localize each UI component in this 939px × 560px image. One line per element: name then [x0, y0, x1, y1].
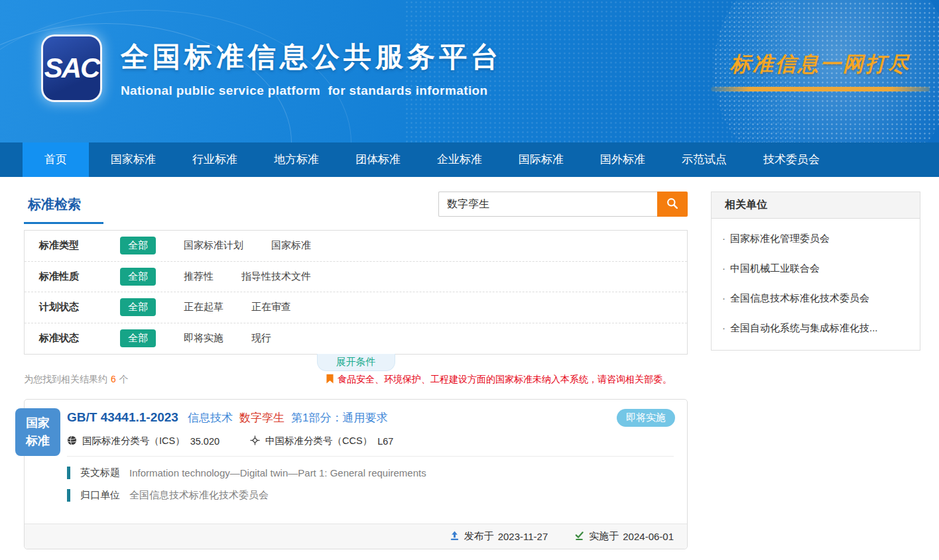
- classification-row: 国际标准分类号（ICS） 35.020 中国标准分类号（CCS） L67: [67, 435, 674, 447]
- main-navigation: 首页 国家标准 行业标准 地方标准 团体标准 企业标准 国际标准 国外标准 示范…: [0, 142, 939, 177]
- field-value: 全国信息技术标准化技术委员会: [129, 489, 269, 502]
- results-summary-row: 为您找到相关结果约6个 食品安全、环境保护、工程建设方面的国家标准未纳入本系统，…: [24, 374, 688, 386]
- field-accent-bar: [67, 489, 70, 502]
- site-header: SAC 全国标准信息公共服务平台 National public service…: [0, 0, 939, 142]
- results-column: 标准检索 标准类型 全部 国家标准计划 国家标准 标准性质 全部: [24, 192, 688, 549]
- filter-row-standard-nature: 标准性质 全部 推荐性 指导性技术文件: [25, 262, 687, 293]
- related-unit-label: 全国信息技术标准化技术委员会: [730, 292, 869, 304]
- results-count: 为您找到相关结果约6个: [24, 374, 129, 386]
- standard-title-part[interactable]: 第1部分：通用要求: [291, 412, 387, 424]
- expand-conditions-button[interactable]: 展开条件: [317, 354, 395, 371]
- published-date: 发布于 2023-11-27: [450, 530, 548, 543]
- related-units-list: ·国家标准化管理委员会 ·中国机械工业联合会 ·全国信息技术标准化技术委员会 ·…: [712, 219, 920, 350]
- ccs-classification: 中国标准分类号（CCS） L67: [250, 435, 393, 447]
- publish-icon: [450, 531, 464, 543]
- standard-title-highlight[interactable]: 数字孪生: [239, 412, 284, 424]
- list-bullet: ·: [722, 233, 725, 244]
- filter-option[interactable]: 正在审查: [251, 301, 291, 313]
- filter-chip-all[interactable]: 全部: [120, 237, 156, 254]
- related-unit-link[interactable]: ·全国自动化系统与集成标准化技...: [712, 313, 920, 343]
- expand-row: 展开条件: [24, 355, 688, 371]
- nav-tab-enterprise-standards[interactable]: 企业标准: [422, 142, 497, 177]
- filter-option[interactable]: 现行: [251, 332, 271, 345]
- filter-label: 计划状态: [39, 301, 99, 313]
- system-notice: 食品安全、环境保护、工程建设方面的国家标准未纳入本系统，请咨询相关部委。: [326, 374, 672, 386]
- filter-panel: 标准类型 全部 国家标准计划 国家标准 标准性质 全部 推荐性 指导性技术文件 …: [24, 230, 688, 355]
- slogan-underline: [711, 87, 930, 91]
- nav-tab-national-standards[interactable]: 国家标准: [96, 142, 170, 177]
- search-icon: [666, 197, 679, 212]
- field-row-english-title: 英文标题 Information technology—Digital twin…: [67, 467, 674, 479]
- nav-tab-technical-committee[interactable]: 技术委员会: [749, 142, 834, 177]
- filter-label: 标准类型: [39, 239, 99, 252]
- nav-tab-local-standards[interactable]: 地方标准: [259, 142, 334, 177]
- ics-classification: 国际标准分类号（ICS） 35.020: [67, 435, 219, 447]
- filter-row-plan-status: 计划状态 全部 正在起草 正在审查: [25, 292, 687, 323]
- compass-icon: [250, 435, 265, 447]
- filter-option[interactable]: 国家标准: [271, 239, 311, 252]
- search-box: [438, 192, 688, 217]
- field-value: Information technology—Digital twin—Part…: [129, 467, 426, 478]
- standard-result-card: 国家 标准 即将实施 GB/T 43441.1-2023信息技术数字孪生第1部分…: [24, 399, 688, 549]
- card-footer: 发布于 2023-11-27 实施于 2024-06-01: [25, 524, 687, 549]
- implemented-date: 实施于 2024-06-01: [574, 530, 674, 543]
- nav-tab-foreign-standards[interactable]: 国外标准: [586, 142, 660, 177]
- standard-code-link[interactable]: GB/T 43441.1-2023: [67, 410, 178, 424]
- standard-type-tag: 国家 标准: [15, 408, 60, 456]
- card-divider: [67, 456, 674, 457]
- field-label: 归口单位: [80, 489, 120, 502]
- results-count-prefix: 为您找到相关结果约: [24, 374, 107, 384]
- search-button[interactable]: [657, 192, 688, 217]
- results-count-suffix: 个: [119, 374, 129, 384]
- implemented-label: 实施于: [589, 530, 619, 543]
- ics-value: 35.020: [190, 436, 219, 447]
- results-count-number: 6: [111, 374, 116, 384]
- related-units-title: 相关单位: [712, 192, 920, 219]
- nav-tab-group-standards[interactable]: 团体标准: [341, 142, 415, 177]
- nav-tab-home[interactable]: 首页: [23, 142, 89, 177]
- notice-text: 食品安全、环境保护、工程建设方面的国家标准未纳入本系统，请咨询相关部委。: [338, 374, 672, 386]
- main-content: 标准检索 标准类型 全部 国家标准计划 国家标准 标准性质 全部: [0, 177, 939, 549]
- related-unit-label: 中国机械工业联合会: [730, 262, 820, 274]
- ccs-value: L67: [377, 436, 393, 447]
- field-row-committee: 归口单位 全国信息技术标准化技术委员会: [67, 489, 674, 502]
- related-unit-label: 全国自动化系统与集成标准化技...: [730, 322, 878, 333]
- published-value: 2023-11-27: [498, 531, 548, 542]
- site-title: 全国标准信息公共服务平台: [121, 38, 503, 76]
- nav-tab-pilot-demo[interactable]: 示范试点: [667, 142, 741, 177]
- standard-title-part[interactable]: 信息技术: [188, 412, 233, 424]
- published-label: 发布于: [464, 530, 494, 543]
- tag-line2: 标准: [26, 432, 50, 450]
- filter-row-standard-type: 标准类型 全部 国家标准计划 国家标准: [25, 231, 687, 262]
- related-unit-label: 国家标准化管理委员会: [730, 233, 830, 244]
- tag-line1: 国家: [26, 414, 50, 432]
- filter-option[interactable]: 推荐性: [184, 270, 214, 283]
- filter-chip-all[interactable]: 全部: [120, 329, 156, 347]
- filter-option[interactable]: 正在起草: [184, 301, 223, 313]
- related-unit-link[interactable]: ·国家标准化管理委员会: [712, 224, 920, 254]
- filter-label: 标准状态: [39, 332, 99, 345]
- related-unit-link[interactable]: ·中国机械工业联合会: [712, 254, 920, 284]
- list-bullet: ·: [722, 322, 725, 333]
- page-title: 标准检索: [28, 197, 81, 211]
- filter-chip-all[interactable]: 全部: [120, 268, 156, 286]
- header-slogan: 标准信息一网打尽: [711, 50, 930, 91]
- ics-label: 国际标准分类号（ICS）: [82, 435, 185, 447]
- implement-check-icon: [574, 531, 589, 543]
- status-badge: 即将实施: [617, 409, 675, 427]
- nav-tab-industry-standards[interactable]: 行业标准: [178, 142, 252, 177]
- sac-logo[interactable]: SAC: [41, 34, 102, 102]
- search-input[interactable]: [438, 192, 657, 217]
- ccs-label: 中国标准分类号（CCS）: [265, 435, 372, 447]
- related-unit-link[interactable]: ·全国信息技术标准化技术委员会: [712, 284, 920, 313]
- related-units-panel: 相关单位 ·国家标准化管理委员会 ·中国机械工业联合会 ·全国信息技术标准化技术…: [711, 192, 920, 351]
- filter-option[interactable]: 国家标准计划: [184, 239, 243, 252]
- filter-chip-all[interactable]: 全部: [120, 298, 156, 316]
- nav-tab-international-standards[interactable]: 国际标准: [504, 142, 578, 177]
- list-bullet: ·: [722, 262, 725, 274]
- filter-option[interactable]: 即将实施: [184, 332, 223, 345]
- site-subtitle: National public service platform for sta…: [121, 84, 503, 98]
- bookmark-icon: [326, 374, 338, 386]
- filter-option[interactable]: 指导性技术文件: [241, 270, 311, 283]
- globe-icon: [67, 435, 82, 447]
